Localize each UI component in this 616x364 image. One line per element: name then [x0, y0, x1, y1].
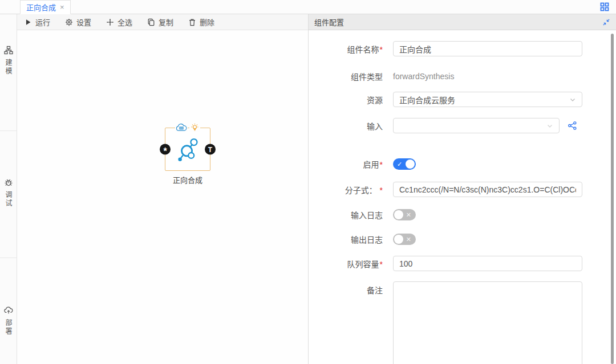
required-mark: * [380, 186, 383, 195]
label-resource: 资源 [309, 94, 393, 105]
copy-button[interactable]: 复制 [147, 17, 173, 27]
panel-title: 组件配置 [314, 17, 344, 27]
copy-label: 复制 [159, 17, 173, 27]
remark-textarea[interactable] [393, 281, 582, 364]
required-mark: * [380, 160, 383, 169]
label-component-type: 组件类型 [309, 71, 393, 82]
sidebar-label-modeling: 建模 [3, 59, 13, 76]
field-component-name: 组件名称* [309, 41, 616, 56]
molecule-icon [176, 136, 200, 162]
sidebar-item-modeling[interactable]: 建模 [0, 46, 17, 76]
node-label: 正向合成 [173, 174, 202, 185]
left-sidebar: 建模 调试 部署 [0, 14, 17, 364]
tab-forward-synthesis[interactable]: 正向合成 × [20, 0, 71, 14]
toggle-knob [394, 210, 403, 219]
cloud-service-icon [175, 124, 188, 132]
sidebar-item-deploy[interactable]: 部署 [0, 306, 17, 336]
field-component-type: 组件类型 forwardSynthesis [309, 71, 616, 82]
input-log-toggle[interactable]: ✕ [393, 209, 416, 220]
field-resource: 资源 正向合成云服务 [309, 92, 616, 107]
resource-select[interactable]: 正向合成云服务 [393, 92, 582, 107]
component-name-input[interactable] [393, 41, 582, 56]
bug-icon [4, 178, 13, 187]
settings-label: 设置 [76, 17, 91, 27]
check-icon: ✓ [397, 158, 402, 170]
chevron-down-icon [546, 122, 554, 130]
toggle-knob [394, 235, 403, 244]
label-remark: 备注 [309, 281, 393, 296]
run-label: 运行 [35, 17, 50, 27]
field-formula: 分子式： * [309, 182, 616, 197]
label-enabled: 启用 [363, 160, 379, 169]
sidebar-label-debug: 调试 [3, 191, 13, 208]
field-queue-capacity: 队列容量* [309, 256, 616, 271]
move-cross-icon [106, 18, 114, 26]
sidebar-item-debug[interactable]: 调试 [0, 178, 17, 208]
port-t-glyph: T [208, 145, 212, 153]
sidebar-label-deploy: 部署 [3, 319, 13, 336]
output-log-toggle[interactable]: ✕ [393, 234, 416, 245]
toggle-knob [406, 159, 415, 169]
field-remark: 备注 [309, 281, 616, 364]
collapse-icon[interactable] [602, 18, 610, 26]
delete-button[interactable]: 删除 [188, 17, 214, 27]
input-select[interactable] [393, 118, 560, 133]
label-input: 输入 [309, 120, 393, 132]
tab-close-icon[interactable]: × [60, 3, 64, 11]
sidebar-divider [0, 257, 17, 258]
copy-icon [147, 18, 155, 26]
settings-button[interactable]: 设置 [65, 17, 91, 27]
node-output-port[interactable]: T [205, 144, 216, 155]
label-input-log: 输入日志 [309, 209, 393, 220]
gear-icon [65, 18, 73, 26]
select-all-button[interactable]: 全选 [106, 17, 132, 27]
node-input-port[interactable]: * [160, 144, 171, 155]
component-type-value: forwardSynthesis [393, 72, 454, 81]
enabled-toggle[interactable]: ✓ [393, 158, 416, 170]
tab-label: 正向合成 [26, 2, 56, 13]
share-icon[interactable] [568, 121, 577, 130]
field-output-log: 输出日志 ✕ [309, 234, 616, 245]
grid-apps-icon[interactable] [600, 2, 609, 11]
chevron-down-icon [569, 96, 577, 104]
config-panel: 组件配置 组件名称* 组件类型 forwardSynthesis 资源 正向合成… [308, 14, 616, 364]
canvas-toolbar: 运行 设置 全选 [17, 14, 308, 30]
required-mark: * [380, 260, 383, 269]
label-queue-capacity: 队列容量 [347, 260, 379, 269]
resource-select-value: 正向合成云服务 [399, 94, 569, 105]
formula-input[interactable] [393, 182, 582, 197]
lightbulb-icon [189, 122, 200, 132]
tab-bar: 正向合成 × [0, 0, 616, 14]
sidebar-divider [0, 130, 17, 131]
field-input: 输入 [309, 118, 616, 133]
play-icon [24, 18, 32, 26]
config-form: 组件名称* 组件类型 forwardSynthesis 资源 正向合成云服务 输… [309, 30, 616, 364]
x-icon: ✕ [406, 209, 411, 220]
x-icon: ✕ [406, 234, 411, 245]
field-input-log: 输入日志 ✕ [309, 209, 616, 220]
trash-icon [188, 18, 196, 26]
tab-bar-spacer [0, 0, 20, 14]
panel-scrollbar[interactable] [611, 34, 614, 364]
config-panel-header: 组件配置 [309, 14, 616, 30]
queue-capacity-input[interactable] [393, 256, 582, 271]
workflow-canvas[interactable]: * T 正向合成 [17, 30, 308, 364]
label-output-log: 输出日志 [309, 234, 393, 245]
node-forward-synthesis[interactable]: * T 正向合成 [165, 128, 210, 171]
label-formula: 分子式： [345, 186, 377, 195]
required-mark: * [380, 45, 383, 54]
delete-label: 删除 [200, 17, 214, 27]
label-component-name: 组件名称 [347, 45, 379, 54]
run-button[interactable]: 运行 [24, 17, 50, 27]
sitemap-icon [4, 46, 13, 55]
field-enabled: 启用* ✓ [309, 158, 616, 170]
cloud-upload-icon [4, 306, 13, 315]
select-all-label: 全选 [117, 17, 132, 27]
